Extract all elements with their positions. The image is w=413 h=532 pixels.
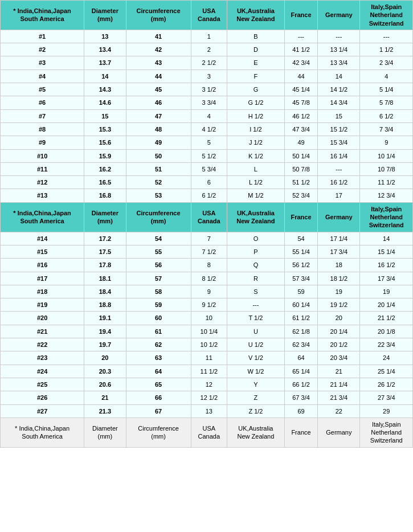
cell-circumference: 66 <box>126 391 191 404</box>
cell-circumference: 41 <box>126 30 191 43</box>
table-row: #8 15.3 48 4 1/2 I 1/2 47 3/4 15 1/2 7 3… <box>1 122 413 136</box>
cell-germany: 17 3/4 <box>318 245 360 258</box>
cell-france: --- <box>284 30 317 43</box>
table-row: #7 15 47 4 H 1/2 46 1/2 15 6 1/2 <box>1 109 413 122</box>
cell-italy: 9 <box>360 136 413 149</box>
table-row: #1 13 41 1 B --- --- --- <box>1 30 413 43</box>
cell-id: #17 <box>1 272 84 285</box>
cell-italy: 10 1/4 <box>360 149 413 162</box>
header-germany: Germany <box>318 1 360 30</box>
cell-italy: 16 1/2 <box>360 259 413 272</box>
cell-usa: 9 <box>191 285 227 298</box>
cell-uk: --- <box>227 298 285 312</box>
cell-circumference: 59 <box>126 298 191 312</box>
cell-germany: 15 3/4 <box>318 136 360 149</box>
cell-circumference: 45 <box>126 83 191 96</box>
table-row: #12 16.5 52 6 L 1/2 51 1/2 16 1/2 11 1/2 <box>1 176 413 189</box>
cell-diameter: 19.4 <box>84 325 126 338</box>
table-row: #11 16.2 51 5 3/4 L 50 7/8 --- 10 7/8 <box>1 162 413 175</box>
cell-diameter: 15 <box>84 109 126 122</box>
cell-diameter: 16.2 <box>84 162 126 175</box>
cell-france: 41 1/2 <box>284 43 317 56</box>
cell-usa: 6 1/2 <box>191 189 227 202</box>
cell-diameter: 20 <box>84 351 126 365</box>
cell-germany: 21 3/4 <box>318 391 360 404</box>
cell-germany: 18 <box>318 259 360 272</box>
cell-circumference: 50 <box>126 149 191 162</box>
cell-circumference: 58 <box>126 285 191 298</box>
cell-usa: 9 1/2 <box>191 298 227 312</box>
ring-size-table: * India,China,JapanSouth America Diamete… <box>0 0 413 448</box>
cell-circumference: 57 <box>126 272 191 285</box>
cell-usa: 13 <box>191 404 227 418</box>
table-row: #2 13.4 42 2 D 41 1/2 13 1/4 1 1/2 <box>1 43 413 56</box>
cell-italy: 19 <box>360 285 413 298</box>
cell-germany: 20 3/4 <box>318 351 360 365</box>
cell-diameter: 14.6 <box>84 96 126 109</box>
cell-circumference: 56 <box>126 259 191 272</box>
cell-usa: 12 1/2 <box>191 391 227 404</box>
cell-france: 45 1/4 <box>284 83 317 96</box>
table-row: #21 19.4 61 10 1/4 U 62 1/8 20 1/4 20 1/… <box>1 325 413 338</box>
cell-italy: 12 3/4 <box>360 189 413 202</box>
cell-france: 46 1/2 <box>284 109 317 122</box>
cell-france: 54 <box>284 232 317 245</box>
table-row: #18 18.4 58 9 S 59 19 19 <box>1 285 413 298</box>
table-row: #14 17.2 54 7 O 54 17 1/4 14 <box>1 232 413 245</box>
cell-france: 45 7/8 <box>284 96 317 109</box>
cell-diameter: 13 <box>84 30 126 43</box>
cell-usa: 4 1/2 <box>191 122 227 136</box>
cell-italy: --- <box>360 30 413 43</box>
cell-germany: 15 1/2 <box>318 122 360 136</box>
cell-circumference: 64 <box>126 365 191 378</box>
cell-france: 64 <box>284 351 317 365</box>
table-row: #3 13.7 43 2 1/2 E 42 3/4 13 3/4 2 3/4 <box>1 56 413 69</box>
cell-germany: 20 <box>318 312 360 325</box>
cell-diameter: 20.3 <box>84 365 126 378</box>
cell-italy: 7 3/4 <box>360 122 413 136</box>
cell-usa: 8 1/2 <box>191 272 227 285</box>
cell-france: 44 <box>284 69 317 83</box>
cell-france: 65 1/4 <box>284 365 317 378</box>
cell-id: #19 <box>1 298 84 312</box>
cell-usa: 10 <box>191 312 227 325</box>
cell-diameter: 19.7 <box>84 338 126 351</box>
table-row: #6 14.6 46 3 3/4 G 1/2 45 7/8 14 3/4 5 7… <box>1 96 413 109</box>
cell-usa: 7 <box>191 232 227 245</box>
cell-usa: 2 <box>191 43 227 56</box>
cell-france: 69 <box>284 404 317 418</box>
cell-germany: 22 <box>318 404 360 418</box>
cell-uk: U <box>227 325 285 338</box>
cell-diameter: 21.3 <box>84 404 126 418</box>
header-india: * India,China,JapanSouth America <box>1 1 84 30</box>
footer-usa: USACanada <box>191 418 227 447</box>
cell-italy: 4 <box>360 69 413 83</box>
table-row: #19 18.8 59 9 1/2 --- 60 1/4 19 1/2 20 1… <box>1 298 413 312</box>
cell-uk: Z 1/2 <box>227 404 285 418</box>
cell-uk: F <box>227 69 285 83</box>
cell-circumference: 48 <box>126 122 191 136</box>
cell-italy: 5 1/4 <box>360 83 413 96</box>
footer-india: * India,China,JapanSouth America <box>1 418 84 447</box>
table-row: #23 20 63 11 V 1/2 64 20 3/4 24 <box>1 351 413 365</box>
header-uk: UK,AustraliaNew Zealand <box>227 1 285 30</box>
cell-uk: M 1/2 <box>227 189 285 202</box>
table-row: #9 15.6 49 5 J 1/2 49 15 3/4 9 <box>1 136 413 149</box>
cell-circumference: 52 <box>126 176 191 189</box>
footer-france: France <box>284 418 317 447</box>
footer-diameter: Diameter(mm) <box>84 418 126 447</box>
cell-italy: 6 1/2 <box>360 109 413 122</box>
header-usa: USACanada <box>191 1 227 30</box>
cell-uk: H 1/2 <box>227 109 285 122</box>
cell-uk: W 1/2 <box>227 365 285 378</box>
table-row: #20 19.1 60 10 T 1/2 61 1/2 20 21 1/2 <box>1 312 413 325</box>
cell-id: #10 <box>1 149 84 162</box>
cell-usa: 1 <box>191 30 227 43</box>
cell-id: #27 <box>1 404 84 418</box>
cell-germany: 19 1/2 <box>318 298 360 312</box>
cell-id: #13 <box>1 189 84 202</box>
mid-header-uk: UK,AustraliaNew Zealand <box>227 202 285 232</box>
cell-uk: D <box>227 43 285 56</box>
cell-italy: 22 3/4 <box>360 338 413 351</box>
table-row: #17 18.1 57 8 1/2 R 57 3/4 18 1/2 17 3/4 <box>1 272 413 285</box>
